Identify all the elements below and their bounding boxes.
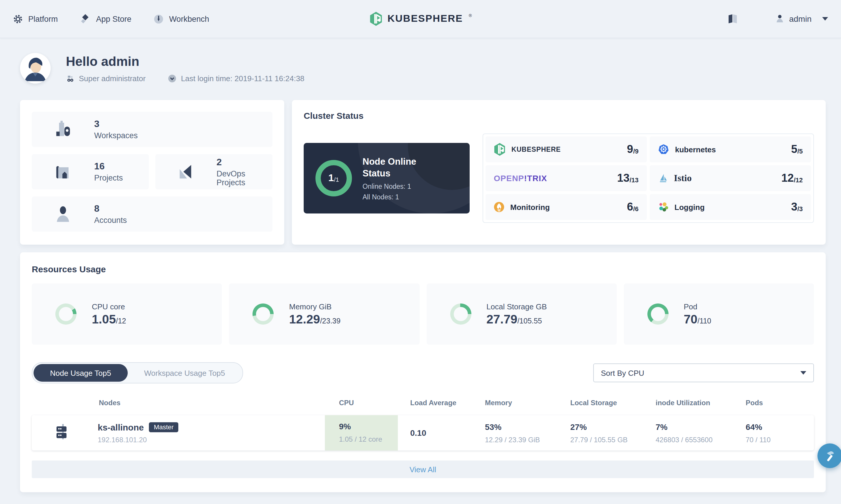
gear-icon <box>13 14 23 24</box>
component-value: 6 <box>627 200 633 213</box>
accounts-label: Accounts <box>94 216 127 224</box>
component-value: 12 <box>781 172 794 184</box>
hammer-icon <box>824 450 836 462</box>
component-monitoring: Monitoring 6/6 <box>486 194 647 220</box>
cpu-detail: 1.05 / 12 core <box>339 435 398 444</box>
node-table-row[interactable]: ks-allinone Master 192.168.101.20 9% 1.0… <box>32 415 814 450</box>
gauge-label: CPU core <box>92 302 126 311</box>
component-openpitrix: OPENP!TRIX 13/13 <box>486 165 647 191</box>
resources-usage-card: Resources Usage CPU core 1.05/12 Memory … <box>20 252 826 492</box>
usage-tabs: Node Usage Top5 Workspace Usage Top5 <box>32 362 243 383</box>
component-total: /13 <box>629 176 638 183</box>
cpu-donut <box>55 304 76 325</box>
logo-text: KUBESPHERE <box>388 13 463 25</box>
clock-icon <box>168 74 177 83</box>
col-header-memory: Memory <box>478 399 563 407</box>
docs-book-icon[interactable] <box>727 14 739 24</box>
username: admin <box>789 14 811 23</box>
cpu-gauge-tile: CPU core 1.05/12 <box>32 284 222 345</box>
node-name[interactable]: ks-allinone <box>98 422 144 432</box>
nav-item-workbench[interactable]: Workbench <box>154 14 209 24</box>
nav-item-label: App Store <box>96 14 132 23</box>
component-kubesphere: KUBESPHERE 9/9 <box>486 137 647 162</box>
gauge-value: 70 <box>684 312 698 325</box>
workspaces-count: 3 <box>94 119 138 129</box>
devops-projects-tile[interactable]: 2 DevOps Projects <box>155 154 273 190</box>
server-icon <box>54 423 72 443</box>
gauge-icon <box>154 14 164 24</box>
node-online-status-tile: 1 /1 Node Online Status Online Nodes: 1 … <box>304 143 470 214</box>
gauge-value: 12.29 <box>289 312 320 325</box>
gauge-total: /105.55 <box>517 317 542 325</box>
component-total: /6 <box>633 205 638 212</box>
component-logging: Logging 3/3 <box>650 194 811 220</box>
component-total: /3 <box>798 205 803 212</box>
pods-cell: 64% 70 / 110 <box>739 422 814 444</box>
greeting-title: Hello admin <box>66 54 304 69</box>
storage-donut <box>450 304 471 325</box>
prometheus-icon <box>494 202 504 212</box>
logo-registered-mark: ® <box>469 13 472 17</box>
table-header: Nodes CPU Load Average Memory Local Stor… <box>32 399 814 407</box>
role-icon <box>66 74 75 83</box>
component-name: KUBESPHERE <box>511 146 561 153</box>
greeting-texts: Hello admin Super administrator <box>66 54 304 83</box>
devops-icon <box>177 162 195 182</box>
pod-donut <box>647 304 669 325</box>
user-role: Super administrator <box>66 74 146 83</box>
projects-icon <box>53 162 73 182</box>
col-header-nodes: Nodes <box>32 399 325 407</box>
last-login: Last login time: 2019-11-11 16:24:38 <box>168 74 304 83</box>
accounts-tile[interactable]: 8 Accounts <box>32 196 273 232</box>
top-navbar: Platform App Store Workbench <box>0 0 841 38</box>
summary-card: 3 Workspaces 16 Projects <box>20 100 284 245</box>
projects-count: 16 <box>94 161 123 172</box>
toolbox-fab-button[interactable] <box>818 444 841 468</box>
component-value: 3 <box>791 200 797 213</box>
gauge-label: Local Storage GB <box>486 302 547 311</box>
node-online-heading: Node Online Status <box>363 156 433 180</box>
app-store-icon <box>80 13 91 24</box>
nav-item-platform[interactable]: Platform <box>13 14 58 24</box>
tab-node-usage-top5[interactable]: Node Usage Top5 <box>34 364 128 382</box>
user-menu[interactable]: admin <box>775 14 828 23</box>
gauge-label: Memory GiB <box>289 302 341 311</box>
col-header-inode: inode Utilization <box>649 399 739 407</box>
nav-item-label: Platform <box>28 14 58 23</box>
navbar-right: admin <box>727 14 828 24</box>
view-all-button[interactable]: View All <box>32 461 814 478</box>
last-login-label: Last login time: 2019-11-11 16:24:38 <box>181 74 304 83</box>
gauge-value: 27.79 <box>486 312 517 325</box>
avatar <box>20 53 51 84</box>
resource-gauges: CPU core 1.05/12 Memory GiB 12.29/23.39 … <box>32 284 814 345</box>
nav-item-label: Workbench <box>169 14 209 23</box>
component-value: 13 <box>617 172 629 184</box>
workspaces-tile[interactable]: 3 Workspaces <box>32 112 273 147</box>
pod-gauge-tile: Pod 70/110 <box>624 284 814 345</box>
istio-icon <box>658 173 668 183</box>
col-header-load-average: Load Average <box>398 399 478 407</box>
storage-gauge-tile: Local Storage GB 27.79/105.55 <box>426 284 617 345</box>
cluster-status-title: Cluster Status <box>304 111 814 121</box>
node-online-value: 1 <box>328 172 334 184</box>
master-badge: Master <box>149 422 178 432</box>
kubesphere-logo-icon <box>369 12 382 26</box>
sort-by-select[interactable]: Sort By CPU <box>593 363 814 382</box>
tab-workspace-usage-top5[interactable]: Workspace Usage Top5 <box>128 364 242 382</box>
col-header-pods: Pods <box>739 399 814 407</box>
nav-item-app-store[interactable]: App Store <box>80 13 132 24</box>
sort-by-value: Sort By CPU <box>601 368 644 377</box>
online-nodes-line: Online Nodes: 1 <box>363 183 433 190</box>
projects-tile[interactable]: 16 Projects <box>32 154 149 190</box>
gauge-total: /110 <box>697 317 711 325</box>
col-header-local-storage: Local Storage <box>563 399 649 407</box>
gauge-total: /12 <box>116 317 126 325</box>
gauge-label: Pod <box>684 302 712 311</box>
component-name: Logging <box>674 203 705 212</box>
view-all-label: View All <box>409 465 436 474</box>
user-role-label: Super administrator <box>79 74 146 83</box>
component-total: /5 <box>798 148 803 155</box>
devops-count: 2 <box>216 157 273 167</box>
kubesphere-logo[interactable]: KUBESPHERE ® <box>369 12 472 26</box>
col-header-cpu: CPU <box>325 399 398 407</box>
